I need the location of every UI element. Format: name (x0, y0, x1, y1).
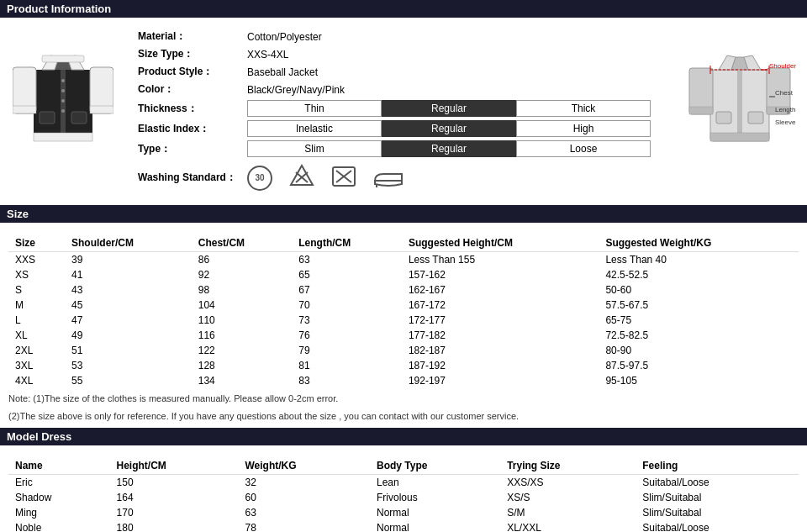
trying-size-col-header: Trying Size (500, 457, 636, 475)
svg-rect-11 (40, 112, 55, 124)
table-cell: 43 (65, 282, 192, 298)
type-label: Type： (134, 139, 244, 159)
elastic-regular: Regular (382, 120, 516, 137)
svg-rect-30 (737, 70, 742, 141)
thickness-thick: Thick (516, 100, 651, 117)
thickness-regular: Regular (382, 100, 516, 117)
weight-col-header: Suggested Weight/KG (599, 234, 799, 252)
size-type-label: Size Type： (134, 45, 244, 63)
table-cell: XS/S (500, 490, 636, 505)
material-label: Material： (134, 28, 244, 45)
table-cell: Suitabal/Loose (636, 520, 799, 532)
svg-point-10 (61, 109, 65, 113)
table-cell: 70 (292, 298, 402, 313)
table-cell: 72.5-82.5 (599, 328, 799, 343)
table-cell: 157-162 (402, 267, 599, 282)
table-cell: 110 (192, 313, 293, 328)
table-cell: 192-197 (402, 373, 599, 388)
color-label: Color： (134, 81, 244, 98)
table-cell: S (8, 282, 65, 298)
table-cell: 53 (65, 358, 192, 373)
table-cell: Eric (8, 475, 110, 491)
table-cell: 79 (292, 343, 402, 358)
size-section: Size Size Shoulder/CM Chest/CM Length/CM… (0, 205, 807, 428)
table-cell: 170 (110, 505, 239, 520)
table-row: Eric15032LeanXXS/XSSuitabal/Loose (8, 475, 799, 491)
thickness-bar: Thin Regular Thick (247, 100, 651, 117)
model-dress-header: Model Dress (0, 428, 807, 445)
product-info-header: Product Information (0, 0, 807, 18)
product-style-label: Product Style： (134, 63, 244, 81)
model-table: Name Height/CM Weight/KG Body Type Tryin… (8, 457, 799, 532)
height-col-header: Height/CM (110, 457, 239, 475)
table-cell: 78 (238, 520, 370, 532)
thickness-bar-container: Thin Regular Thick (244, 98, 672, 119)
body-type-col-header: Body Type (370, 457, 500, 475)
table-cell: XS (8, 267, 65, 282)
table-cell: 42.5-52.5 (599, 267, 799, 282)
product-details: Material： Cotton/Polyester Size Type： XX… (126, 28, 672, 197)
table-cell: 180 (110, 520, 239, 532)
table-cell: 98 (192, 282, 293, 298)
table-row: M4510470167-17257.5-67.5 (8, 298, 799, 313)
type-slim: Slim (247, 140, 382, 157)
chest-col-header: Chest/CM (192, 234, 293, 252)
table-cell: M (8, 298, 65, 313)
elastic-label: Elastic Index： (134, 119, 244, 139)
table-cell: XXS (8, 252, 65, 268)
model-table-header-row: Name Height/CM Weight/KG Body Type Tryin… (8, 457, 799, 475)
table-cell: 67 (292, 282, 402, 298)
table-cell: 162-167 (402, 282, 599, 298)
table-cell: 51 (65, 343, 192, 358)
table-cell: 32 (238, 475, 370, 491)
model-dress-title: Model Dress (7, 430, 71, 443)
table-cell: Normal (370, 520, 500, 532)
table-row: 2XL5112279182-18780-90 (8, 343, 799, 358)
table-cell: 3XL (8, 358, 65, 373)
table-cell: 2XL (8, 343, 65, 358)
table-cell: 45 (65, 298, 192, 313)
model-content: Name Height/CM Weight/KG Body Type Tryin… (0, 450, 807, 532)
table-cell: 73 (292, 313, 402, 328)
size-title: Size (7, 208, 29, 220)
no-dry-icon (331, 164, 356, 192)
size-content: Size Shoulder/CM Chest/CM Length/CM Sugg… (0, 228, 807, 428)
table-cell: 55 (65, 373, 192, 388)
table-cell: 134 (192, 373, 293, 388)
type-bar-container: Slim Regular Loose (244, 139, 672, 159)
table-cell: 87.5-97.5 (599, 358, 799, 373)
svg-text:Shoulder: Shoulder (769, 62, 796, 70)
svg-rect-14 (13, 106, 36, 113)
shoulder-col-header: Shoulder/CM (65, 234, 192, 252)
table-row: S439867162-16750-60 (8, 282, 799, 298)
table-row: 3XL5312881187-19287.5-97.5 (8, 358, 799, 373)
elastic-bar: Inelastic Regular High (247, 120, 651, 137)
svg-point-9 (61, 99, 65, 103)
type-loose: Loose (516, 140, 651, 157)
table-cell: 63 (292, 252, 402, 268)
table-cell: XL/XXL (500, 520, 636, 532)
svg-text:Chest: Chest (775, 89, 794, 97)
model-dress-section: Model Dress Name Height/CM Weight/KG Bod… (0, 428, 807, 532)
table-cell: 122 (192, 343, 293, 358)
svg-point-8 (61, 89, 65, 92)
svg-text:Sleeve: Sleeve (775, 119, 796, 126)
table-cell: 41 (65, 267, 192, 282)
name-col-header: Name (8, 457, 110, 475)
size-table-header-row: Size Shoulder/CM Chest/CM Length/CM Sugg… (8, 234, 799, 252)
table-cell: 47 (65, 313, 192, 328)
measurement-diagram: Shoulder Chest Length Sleeve (681, 28, 799, 162)
svg-rect-16 (42, 55, 84, 62)
table-cell: 65 (292, 267, 402, 282)
table-cell: Shadow (8, 490, 110, 505)
table-cell: 164 (110, 490, 239, 505)
color-value: Black/Grey/Navy/Pink (244, 81, 672, 98)
note-line-1: Note: (1)The size of the clothes is meas… (8, 392, 799, 406)
table-cell: 76 (292, 328, 402, 343)
table-cell: Less Than 40 (599, 252, 799, 268)
size-header: Size (0, 205, 807, 223)
size-type-value: XXS-4XL (244, 45, 672, 63)
height-col-header: Suggested Height/CM (402, 234, 599, 252)
svg-rect-31 (716, 112, 731, 124)
product-style-value: Baseball Jacket (244, 63, 672, 81)
